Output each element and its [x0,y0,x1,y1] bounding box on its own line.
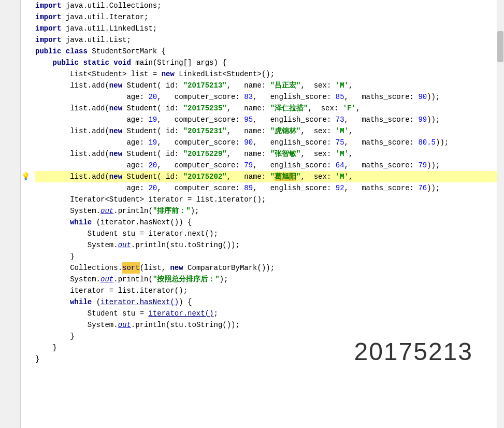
code-line: list.add(new Student( id: "20175229", na… [35,148,499,160]
left-indicators: 💡 [21,0,30,428]
code-line: import java.util.Iterator; [35,11,499,23]
code-line: System.out.println(stu.toString()); [35,239,499,251]
code-line: List<Student> list = new LinkedList<Stud… [35,68,499,80]
code-line: import java.util.Collections; [35,0,499,11]
code-line: age: 20, computer_score: 83, english_sco… [35,91,499,103]
code-line-highlighted: list.add(new Student( id: "20175202", na… [35,171,499,182]
code-line: age: 19, computer_score: 90, english_sco… [35,137,499,148]
code-line: System.out.println(stu.toString()); [35,319,499,331]
code-line: public class StudentSortMark { [35,46,499,57]
code-line: Collections.sort(list, new ComparatorByM… [35,262,499,274]
line-numbers [0,0,21,428]
code-line: System.out.println("按照总分排序后："); [35,274,499,285]
code-line: Student stu = iterator.next(); [35,228,499,239]
code-line: while (iterator.hasNext()) { [35,296,499,308]
code-line: Iterator<Student> iterator = list.iterat… [35,194,499,205]
code-line: list.add(new Student( id: "20175213", na… [35,80,499,91]
code-line: iterator = list.iterator(); [35,285,499,296]
code-line: import java.util.List; [35,34,499,46]
bulb-icon[interactable]: 💡 [21,171,30,182]
code-line: age: 19, computer_score: 95, english_sco… [35,114,499,125]
code-line: import java.util.LinkedList; [35,23,499,34]
watermark-number: 20175213 [354,337,473,366]
code-line: list.add(new Student( id: "20175235", na… [35,103,499,114]
code-line: list.add(new Student( id: "20175231", na… [35,125,499,137]
vertical-scrollbar[interactable] [497,0,504,428]
code-line: while (iterator.hasNext()) { [35,217,499,228]
code-line: age: 20, computer_score: 89, english_sco… [35,182,499,194]
code-line: Student stu = iterator.next(); [35,308,499,319]
code-editor: 💡 import java.util.Collections; import j… [0,0,504,428]
code-line: System.out.println("排序前："); [35,205,499,217]
code-line: public static void main(String[] args) { [35,57,499,68]
code-line: age: 20, computer_score: 79, english_sco… [35,160,499,171]
code-line: } [35,251,499,262]
scrollbar-thumb[interactable] [497,31,503,62]
